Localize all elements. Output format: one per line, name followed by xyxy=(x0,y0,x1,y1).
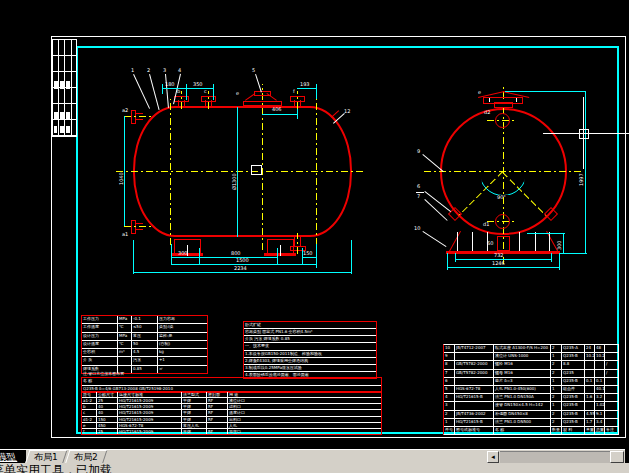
table-cell xyxy=(585,361,595,368)
characteristics-table: 工作压力MPa-0.1压力容器工作温度℃≤50类别:Ⅰ类设计压力MPa常压监检:… xyxy=(81,315,208,374)
dim-text-350: 350 xyxy=(193,82,203,87)
table-row: 卧式贮罐 xyxy=(244,322,376,329)
nozzle-label-b: b xyxy=(177,89,180,94)
table-cell: 符号 xyxy=(82,392,97,397)
dim-ext xyxy=(447,253,448,270)
table-cell: 9 xyxy=(444,353,455,360)
saddle-rib xyxy=(457,232,458,251)
table-cell: RF xyxy=(207,398,228,403)
table-cell: 0.1 xyxy=(595,378,605,385)
table-cell: 介 质 xyxy=(82,357,118,364)
command-line-bar[interactable]: 菜单实用工具，已加载 xyxy=(0,463,629,473)
table-row: 4.表面除锈后涂底漆两遍、面漆两遍 xyxy=(244,372,376,378)
dim-ext xyxy=(316,84,317,99)
pickbox xyxy=(579,129,589,139)
table-cell: 连接尺寸标准 xyxy=(118,392,182,397)
dim-line xyxy=(585,91,586,253)
table-cell: 450 xyxy=(97,423,118,428)
scrollbar-track[interactable] xyxy=(500,451,610,463)
table-row: 名 称 xyxy=(82,378,381,386)
table-cell: 1.本设备按GB150-2011制造、检验和验收 xyxy=(244,351,376,357)
title-requirements-table: 卧式贮罐容器类别 固定式 PN1.6 全容积4.5m³介质 污水 焊缝系数 0.… xyxy=(243,321,377,379)
balloon-7: 7 xyxy=(417,194,420,199)
table-cell: 5 xyxy=(444,386,455,393)
drain-stub xyxy=(300,237,301,246)
dim-text-60: 60 xyxy=(487,241,493,246)
table-cell: 卧式贮罐 xyxy=(244,322,376,328)
table-cell: ㎡ xyxy=(158,366,199,373)
table-cell: 3 xyxy=(444,402,455,409)
nozzle-label-d1: d1 xyxy=(483,222,489,227)
table-row: 介 质污水+1 xyxy=(82,357,207,365)
table-cell: 用 途 xyxy=(228,392,373,397)
table-cell: 48 xyxy=(595,345,605,352)
table-row: f25HG/T21615-2009平焊RF放空口 xyxy=(82,429,381,434)
table-cell: ∕ xyxy=(605,361,618,368)
strip-mark xyxy=(66,81,70,89)
table-cell: 出料口 xyxy=(228,417,373,422)
table-cell: HG/T21615-B xyxy=(455,419,494,426)
dim-line xyxy=(237,107,238,237)
table-row: 3.制成后以0.25MPa做水压试验 xyxy=(244,365,376,372)
table-cell: 容器类别 固定式 PN1.6 全容积4.5m³ xyxy=(244,329,376,335)
table-row: 4HG/T21615-B法兰 PN1.0 DN150A2Q235-B1.63.2 xyxy=(444,394,618,402)
table-row: 10JB/T4712-2007鞍式支座 A1300-F/S H=2002Q235… xyxy=(444,345,618,353)
table-cell: 0.1 xyxy=(585,378,595,385)
table-cell: GB/T5782-2000 xyxy=(455,370,494,377)
table-cell xyxy=(605,411,618,418)
table-cell xyxy=(605,419,618,426)
dim-text-732: 732 xyxy=(494,253,504,258)
table-row: 件号图号或标准号名 称数量材 料单重总重备注 xyxy=(444,427,618,434)
table-cell: MPa xyxy=(118,333,132,340)
table-row: 工作温度℃≤50类别:Ⅰ类 xyxy=(82,324,207,332)
dim-text-2234: 2234 xyxy=(234,266,247,271)
table-cell: +1 xyxy=(158,357,199,364)
table-cell: 压力容器 xyxy=(158,316,199,323)
table-cell: 2 xyxy=(551,394,562,401)
table-cell: 液位计 UNS-1000 xyxy=(494,353,551,360)
table-cell: Q235-B xyxy=(562,411,585,418)
dim-line xyxy=(171,257,199,258)
balloon-4: 4 xyxy=(178,68,181,73)
table-cell: 常压人孔 xyxy=(182,423,207,428)
balloon-6: 6 xyxy=(417,184,420,189)
table-cell: 总重 xyxy=(595,427,605,434)
table-cell: 进料口 xyxy=(228,404,373,409)
parts-list-table: 10JB/T4712-2007鞍式支座 A1300-F/S H=2002Q235… xyxy=(443,344,619,435)
table-cell: 放空口 xyxy=(228,429,373,434)
nozzle-a2-stub xyxy=(135,119,143,120)
strip-mark xyxy=(66,126,70,133)
table-cell xyxy=(585,386,595,393)
dim-line xyxy=(162,88,187,89)
scrollbar-left-arrow[interactable]: ◂ xyxy=(487,451,499,463)
dim-line xyxy=(297,88,317,89)
nozzle-a2-stub xyxy=(135,113,143,114)
table-row: 1HG/T21615-B法兰 PN1.0 DN5002Q235-B1.73.4 xyxy=(444,419,618,427)
dim-ext xyxy=(455,253,456,262)
dim-text-1997: 1997 xyxy=(579,173,584,186)
table-cell: 10 xyxy=(444,345,455,352)
table-cell: 人孔 PN1.0-450(600) xyxy=(494,386,551,393)
nozzle-label-a1: a1 xyxy=(122,232,128,237)
table-cell: m³ xyxy=(118,349,132,356)
nozzle-c-centerline xyxy=(208,91,209,109)
table-cell: GB/T5782-2000 xyxy=(455,361,494,368)
nameplate-symbol xyxy=(251,165,262,175)
table-cell: 3.4 xyxy=(595,419,605,426)
nozzle-c-stub xyxy=(211,100,212,107)
table-cell: ∕ xyxy=(605,370,618,377)
table-cell: 平焊 xyxy=(182,417,207,422)
table-row: 7GB/T5782-2000螺母 M162Q235∕ xyxy=(444,370,618,378)
table-row: 1.本设备按GB150-2011制造、检验和验收 xyxy=(244,351,376,358)
scrollbar-thumb[interactable] xyxy=(610,451,624,463)
horizontal-centerline xyxy=(116,171,366,172)
table-cell: 8 xyxy=(444,361,455,368)
table-cell: b xyxy=(82,404,97,409)
table-cell: 1 xyxy=(551,402,562,409)
table-cell: 3.2 xyxy=(595,394,605,401)
nozzle-table: 符号公称尺寸连接尺寸标准法兰型式密封面用 途a1-225HG/T21615-20… xyxy=(81,391,382,435)
balloon-12: 12 xyxy=(344,109,350,114)
table-cell: 2.焊条E4303, 焊缝采用全焊透结构 xyxy=(244,358,376,364)
table-cell: RF xyxy=(207,404,228,409)
table-cell xyxy=(585,402,595,409)
